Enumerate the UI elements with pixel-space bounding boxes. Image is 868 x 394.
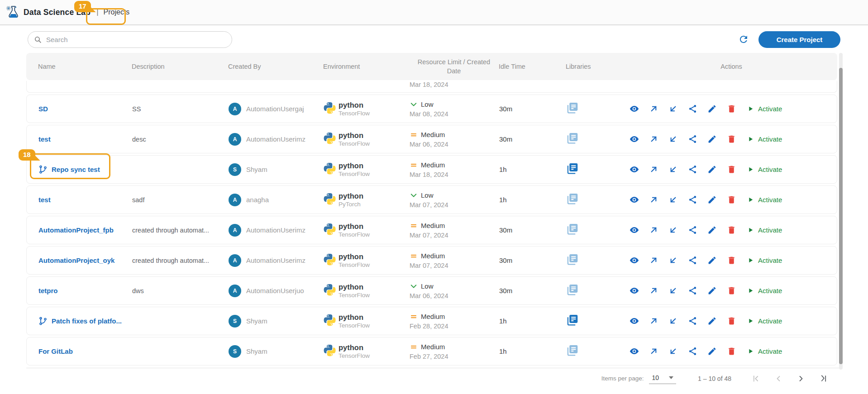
view-button[interactable] <box>630 347 639 356</box>
delete-button[interactable] <box>727 225 736 235</box>
share-button[interactable] <box>688 134 697 144</box>
share-button[interactable] <box>688 286 697 295</box>
activate-button[interactable]: Activate <box>747 287 782 294</box>
libraries-button[interactable] <box>566 162 630 176</box>
view-button[interactable] <box>630 195 639 204</box>
next-page-button[interactable] <box>796 374 806 383</box>
avatar: A <box>229 194 241 206</box>
import-button[interactable] <box>668 347 678 356</box>
import-button[interactable] <box>668 165 678 174</box>
edit-button[interactable] <box>707 347 717 356</box>
share-button[interactable] <box>688 256 697 265</box>
import-button[interactable] <box>668 104 678 114</box>
libraries-button[interactable] <box>566 102 630 116</box>
last-page-button[interactable] <box>819 374 828 383</box>
project-name-link[interactable]: AutomationProject_fpb <box>38 226 114 234</box>
import-button[interactable] <box>668 286 678 295</box>
project-name-link[interactable]: SD <box>38 105 48 113</box>
activate-button[interactable]: Activate <box>747 347 782 355</box>
import-button[interactable] <box>668 134 678 144</box>
share-button[interactable] <box>688 165 697 174</box>
activate-button[interactable]: Activate <box>747 135 782 143</box>
env-language: python <box>339 313 370 322</box>
delete-button[interactable] <box>727 316 736 326</box>
chevron-down-icon <box>669 376 673 379</box>
libraries-button[interactable] <box>566 344 630 358</box>
libraries-button[interactable] <box>566 193 630 207</box>
open-button[interactable] <box>649 347 658 356</box>
delete-button[interactable] <box>727 134 736 144</box>
project-name-link[interactable]: test <box>38 196 51 204</box>
activate-button[interactable]: Activate <box>747 105 782 113</box>
edit-button[interactable] <box>707 225 717 235</box>
libraries-button[interactable] <box>566 284 630 298</box>
edit-button[interactable] <box>707 165 717 174</box>
share-button[interactable] <box>688 316 697 326</box>
prev-page-button[interactable] <box>774 374 783 383</box>
project-name-link[interactable]: Patch fixes of platfo... <box>52 317 122 325</box>
view-button[interactable] <box>630 225 639 235</box>
activate-label: Activate <box>758 135 782 143</box>
edit-button[interactable] <box>707 134 717 144</box>
edit-button[interactable] <box>707 104 717 114</box>
delete-button[interactable] <box>727 256 736 265</box>
view-button[interactable] <box>630 134 639 144</box>
view-button[interactable] <box>630 256 639 265</box>
delete-button[interactable] <box>727 104 736 114</box>
delete-button[interactable] <box>727 347 736 356</box>
project-name-link[interactable]: AutomationProject_oyk <box>38 256 114 264</box>
first-page-button[interactable] <box>751 374 760 383</box>
scrollbar-thumb[interactable] <box>839 68 843 364</box>
view-button[interactable] <box>630 165 639 174</box>
column-header: Created By <box>228 63 323 70</box>
column-header: Description <box>132 63 228 70</box>
import-button[interactable] <box>668 195 678 204</box>
open-button[interactable] <box>649 225 658 235</box>
share-button[interactable] <box>688 104 697 114</box>
edit-button[interactable] <box>707 286 717 295</box>
create-project-button[interactable]: Create Project <box>758 31 840 48</box>
delete-button[interactable] <box>727 165 736 174</box>
search-input[interactable] <box>46 36 218 43</box>
view-button[interactable] <box>630 286 639 295</box>
project-name-link[interactable]: For GitLab <box>38 347 73 355</box>
open-button[interactable] <box>649 286 658 295</box>
open-button[interactable] <box>649 195 658 204</box>
edit-button[interactable] <box>707 195 717 204</box>
delete-button[interactable] <box>727 286 736 295</box>
items-per-page-select[interactable]: 10 <box>649 373 676 384</box>
share-button[interactable] <box>688 347 697 356</box>
activate-button[interactable]: Activate <box>747 256 782 264</box>
view-icon <box>630 195 639 204</box>
edit-button[interactable] <box>707 256 717 265</box>
open-button[interactable] <box>649 256 658 265</box>
view-button[interactable] <box>630 316 639 326</box>
import-button[interactable] <box>668 256 678 265</box>
open-button[interactable] <box>649 134 658 144</box>
libraries-button[interactable] <box>566 132 630 146</box>
search-box[interactable] <box>28 31 232 48</box>
env-language: python <box>339 252 370 261</box>
import-button[interactable] <box>668 225 678 235</box>
activate-button[interactable]: Activate <box>747 226 782 234</box>
share-icon <box>688 165 697 174</box>
share-button[interactable] <box>688 195 697 204</box>
view-button[interactable] <box>630 104 639 114</box>
libraries-button[interactable] <box>566 223 630 237</box>
libraries-button[interactable] <box>566 253 630 267</box>
delete-button[interactable] <box>727 195 736 204</box>
import-button[interactable] <box>668 316 678 326</box>
open-button[interactable] <box>649 104 658 114</box>
refresh-button[interactable] <box>738 34 749 46</box>
open-button[interactable] <box>649 316 658 326</box>
edit-button[interactable] <box>707 316 717 326</box>
vertical-scrollbar[interactable] <box>839 53 843 370</box>
open-button[interactable] <box>649 165 658 174</box>
activate-button[interactable]: Activate <box>747 317 782 325</box>
project-name-link[interactable]: test <box>38 135 51 143</box>
activate-button[interactable]: Activate <box>747 196 782 204</box>
share-button[interactable] <box>688 225 697 235</box>
libraries-button[interactable] <box>566 314 630 328</box>
project-name-link[interactable]: tetpro <box>38 287 58 294</box>
activate-button[interactable]: Activate <box>747 166 782 173</box>
